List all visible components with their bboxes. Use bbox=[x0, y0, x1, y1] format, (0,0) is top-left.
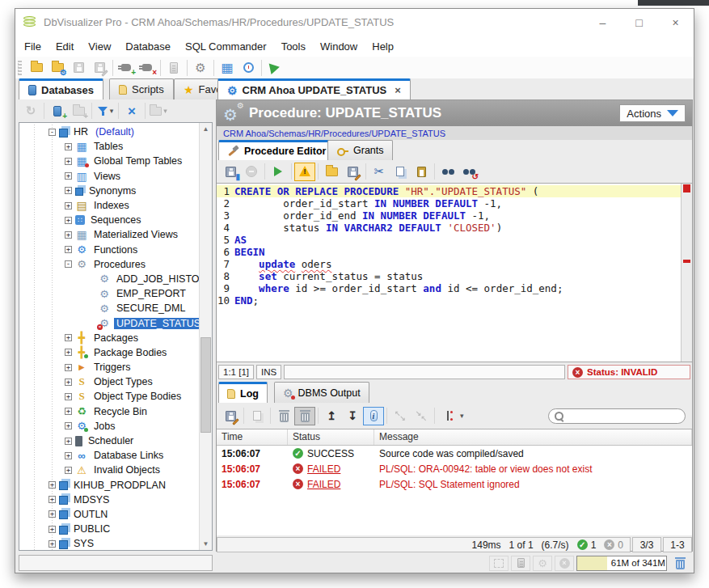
open-folder-button[interactable] bbox=[26, 58, 47, 77]
expand-toggle-icon[interactable]: + bbox=[65, 422, 72, 429]
expand-toggle-icon[interactable]: + bbox=[65, 393, 72, 400]
code-area[interactable]: 1CREATE OR REPLACE PROCEDURE "HR"."UPDAT… bbox=[217, 185, 681, 362]
tab-databases[interactable]: Databases bbox=[19, 78, 103, 99]
menu-database[interactable]: Database bbox=[118, 38, 178, 55]
tree-item-triggers[interactable]: +Triggers bbox=[19, 360, 199, 374]
tab-scripts[interactable]: Scripts bbox=[109, 78, 174, 99]
log-row[interactable]: 15:06:07×FAILEDPL/SQL: SQL Statement ign… bbox=[217, 476, 692, 492]
tree-item-kihub-prodplan[interactable]: +KIHUB_PRODPLAN bbox=[19, 478, 199, 493]
expand-toggle-icon[interactable]: + bbox=[65, 172, 72, 180]
maximize-button[interactable]: □ bbox=[621, 9, 657, 36]
code-line-4[interactable]: 4 status IN VARCHAR2 DEFAULT 'CLOSED') bbox=[217, 222, 681, 234]
expand-toggle-icon[interactable]: + bbox=[49, 526, 56, 533]
compile-warning-toggle[interactable] bbox=[294, 163, 315, 181]
expand-toggle-icon[interactable]: + bbox=[65, 231, 72, 239]
find-button[interactable] bbox=[437, 163, 458, 181]
minimize-button[interactable]: – bbox=[585, 9, 621, 36]
error-marker[interactable] bbox=[683, 260, 690, 263]
add-folder-button[interactable]: + bbox=[68, 102, 89, 121]
expand-toggle-icon[interactable]: + bbox=[49, 481, 56, 489]
code-line-5[interactable]: 5AS bbox=[217, 234, 681, 246]
expand-all-button[interactable]: ↖↘ bbox=[390, 407, 411, 425]
filter-button[interactable]: ▾ bbox=[95, 102, 116, 121]
scroll-bottom-button[interactable]: ↧ bbox=[342, 407, 363, 425]
menu-file[interactable]: File bbox=[17, 38, 49, 55]
garbage-collect-button[interactable] bbox=[669, 554, 690, 573]
menu-tools[interactable]: Tools bbox=[274, 38, 313, 55]
background-tasks-button[interactable]: ⚙ bbox=[533, 556, 552, 571]
tree-item-outln[interactable]: +OUTLN bbox=[19, 507, 199, 522]
tree-item-secure-dml[interactable]: SECURE_DML bbox=[19, 301, 199, 315]
expand-toggle-icon[interactable]: + bbox=[49, 540, 56, 548]
code-line-8[interactable]: 8 set current_status = status bbox=[217, 270, 681, 282]
copy-button[interactable] bbox=[390, 163, 411, 181]
collapse-all-rows-button[interactable]: ↘↖ bbox=[411, 407, 432, 425]
folder-settings-button[interactable]: ⚙ bbox=[47, 58, 68, 77]
expand-toggle-icon[interactable]: + bbox=[65, 467, 72, 474]
grid-view-button[interactable]: ▦ bbox=[217, 58, 238, 77]
expand-toggle-icon[interactable]: + bbox=[49, 496, 56, 503]
expand-toggle-icon[interactable]: + bbox=[65, 158, 72, 165]
tree-item-sequences[interactable]: +Sequences bbox=[19, 213, 199, 227]
column-header-message[interactable]: Message bbox=[374, 429, 692, 445]
save-edit-button[interactable] bbox=[342, 163, 363, 181]
search-input[interactable] bbox=[565, 411, 680, 421]
copy-log-button[interactable] bbox=[247, 407, 268, 425]
expand-toggle-icon[interactable]: + bbox=[65, 217, 72, 224]
close-button[interactable]: × bbox=[657, 9, 694, 36]
stop-tasks-button[interactable]: × bbox=[555, 556, 574, 571]
tree-item-global-temp-tables[interactable]: +Global Temp Tables bbox=[19, 154, 199, 168]
save-button[interactable] bbox=[68, 58, 89, 77]
tree-scrollbar[interactable]: ▲ ▼ bbox=[199, 123, 212, 550]
close-tab-icon[interactable]: × bbox=[395, 84, 401, 96]
code-line-9[interactable]: 9 where id >= order_id_start and id <= o… bbox=[217, 282, 681, 294]
expand-toggle-icon[interactable]: + bbox=[65, 349, 72, 356]
refresh-button[interactable]: ↻ bbox=[20, 102, 41, 121]
collapse-toggle-icon[interactable]: - bbox=[49, 129, 56, 136]
tree-item-recycle-bin[interactable]: +Recycle Bin bbox=[19, 404, 199, 419]
code-line-6[interactable]: 6BEGIN bbox=[217, 246, 681, 258]
error-marker[interactable] bbox=[683, 184, 690, 192]
expand-toggle-icon[interactable]: + bbox=[49, 510, 56, 518]
tab-log[interactable]: Log bbox=[218, 382, 268, 403]
expand-toggle-icon[interactable]: + bbox=[65, 364, 72, 371]
column-header-time[interactable]: Time bbox=[217, 429, 288, 445]
tree-item-procedures[interactable]: -Procedures bbox=[19, 257, 199, 272]
disconnect-button[interactable]: × bbox=[137, 58, 158, 77]
menu-view[interactable]: View bbox=[81, 38, 118, 55]
log-row[interactable]: 15:06:07×FAILEDPL/SQL: ORA-00942: table … bbox=[217, 461, 692, 476]
tree-item-packages[interactable]: +Packages bbox=[19, 331, 199, 345]
chevron-down-icon[interactable]: ▾ bbox=[460, 412, 464, 420]
add-database-button[interactable]: + bbox=[47, 102, 68, 121]
scrollbar-thumb[interactable] bbox=[200, 337, 211, 433]
find-replace-button[interactable]: ↺ bbox=[458, 163, 479, 181]
scroll-top-button[interactable]: ↥ bbox=[321, 407, 342, 425]
expand-toggle-icon[interactable]: + bbox=[65, 202, 72, 209]
find-object-button[interactable]: ▾ bbox=[148, 102, 169, 121]
memory-indicator[interactable]: 61M of 341M bbox=[576, 556, 667, 571]
tree-item-scheduler[interactable]: +Scheduler bbox=[19, 434, 199, 448]
tree-item-materialized-views[interactable]: +Materialized Views bbox=[19, 227, 199, 242]
expand-toggle-icon[interactable]: + bbox=[65, 143, 72, 150]
code-line-10[interactable]: 10END; bbox=[217, 294, 681, 307]
actions-button[interactable]: Actions bbox=[619, 104, 686, 122]
selection-mode-button[interactable] bbox=[489, 556, 509, 571]
tools-button[interactable]: ⚙ bbox=[190, 58, 211, 77]
tree-item-emp-report[interactable]: EMP_REPORT bbox=[19, 286, 199, 301]
tree-item-database-links[interactable]: +Database Links bbox=[19, 448, 199, 463]
paste-button[interactable] bbox=[411, 163, 432, 181]
expand-toggle-icon[interactable]: + bbox=[65, 438, 72, 445]
menu-edit[interactable]: Edit bbox=[49, 38, 81, 55]
tree-item-sys[interactable]: +SYS bbox=[19, 536, 199, 551]
tree-item-invalid-objects[interactable]: +Invalid Objects bbox=[19, 463, 199, 477]
save-as-button[interactable] bbox=[89, 58, 110, 77]
tab-procedure-editor[interactable]: Procedure Editor bbox=[218, 140, 335, 160]
tree-item-add-job-history[interactable]: ADD_JOB_HISTORY bbox=[19, 272, 199, 286]
scroll-up-arrow-icon[interactable]: ▲ bbox=[200, 123, 212, 135]
expand-toggle-icon[interactable]: + bbox=[65, 408, 72, 415]
error-stripe[interactable] bbox=[681, 184, 692, 362]
tree-item-mdsys[interactable]: +MDSYS bbox=[19, 493, 199, 507]
tab-document-update-status[interactable]: ⚙ CRM Ahoa UPDATE_STATUS × bbox=[217, 78, 411, 99]
info-toggle[interactable]: i bbox=[363, 407, 384, 425]
tree-item-public[interactable]: +PUBLIC bbox=[19, 522, 199, 536]
